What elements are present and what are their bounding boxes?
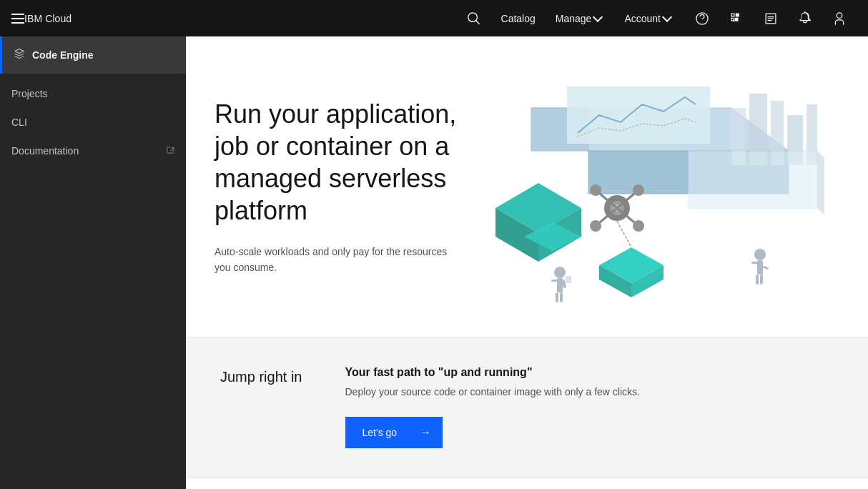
header-nav: Catalog Manage: [493, 0, 611, 36]
svg-line-29: [617, 221, 631, 247]
main-content: Run your application, job or container o…: [186, 36, 868, 489]
jump-section-label: Jump right in: [220, 366, 302, 385]
svg-point-22: [590, 184, 601, 196]
sidebar: Code Engine Projects CLI Documentation: [0, 36, 186, 489]
sidebar-item-documentation[interactable]: Documentation: [0, 137, 186, 165]
svg-rect-34: [756, 275, 759, 285]
svg-point-24: [590, 220, 601, 232]
svg-rect-38: [551, 280, 558, 282]
menu-icon[interactable]: [11, 14, 24, 24]
account-chevron-icon: [662, 12, 672, 22]
ibm-cloud-logo: IBM Cloud: [24, 13, 71, 24]
arrow-right-icon: →: [420, 426, 431, 439]
svg-point-25: [633, 220, 644, 232]
account-nav-item[interactable]: Account: [616, 0, 679, 36]
sidebar-navigation: Projects CLI Documentation: [0, 74, 186, 165]
svg-rect-42: [566, 276, 571, 283]
svg-rect-40: [556, 292, 558, 302]
svg-rect-32: [751, 262, 759, 264]
svg-point-30: [754, 249, 766, 260]
fast-path-title: Your fast path to "up and running": [345, 366, 834, 379]
app-layout: Code Engine Projects CLI Documentation R…: [0, 36, 868, 489]
hero-text-area: Run your application, job or container o…: [214, 98, 458, 276]
svg-rect-35: [760, 275, 763, 285]
sidebar-item-cli[interactable]: CLI: [0, 108, 186, 137]
hero-illustration: [458, 65, 834, 308]
header: IBM Cloud Catalog Manage Account: [0, 0, 868, 36]
features-section: Features Go live in seconds Build great …: [186, 477, 868, 489]
hero-subtitle: Auto-scale workloads and only pay for th…: [214, 244, 458, 276]
notifications-button[interactable]: [788, 0, 822, 36]
switcher-button[interactable]: [719, 0, 754, 36]
fast-path-description: Deploy your source code or container ima…: [345, 385, 834, 400]
jump-content-area: Your fast path to "up and running" Deplo…: [345, 366, 834, 448]
manage-chevron-icon: [593, 12, 603, 22]
hero-section: Run your application, job or container o…: [186, 36, 868, 337]
svg-rect-33: [763, 266, 769, 270]
svg-marker-9: [689, 151, 817, 208]
jump-right-in-section: Jump right in Your fast path to "up and …: [186, 337, 868, 477]
sidebar-item-projects[interactable]: Projects: [0, 79, 186, 108]
hero-title: Run your application, job or container o…: [214, 98, 458, 227]
svg-marker-10: [817, 151, 824, 215]
svg-rect-41: [560, 292, 563, 302]
catalog-nav-item[interactable]: Catalog: [493, 0, 544, 36]
search-button[interactable]: [467, 11, 481, 26]
user-profile-button[interactable]: [822, 0, 857, 36]
external-link-icon: [166, 146, 174, 157]
svg-point-23: [633, 184, 644, 196]
help-button[interactable]: [685, 0, 719, 36]
cost-estimator-button[interactable]: [754, 0, 788, 36]
header-icons: [685, 0, 857, 36]
svg-rect-3: [567, 87, 710, 144]
manage-nav-item[interactable]: Manage: [547, 0, 611, 36]
sidebar-header: Code Engine: [0, 36, 186, 74]
code-engine-icon: [14, 48, 25, 62]
svg-point-36: [554, 267, 566, 278]
sidebar-service-name: Code Engine: [32, 49, 94, 61]
lets-go-button[interactable]: Let's go →: [345, 417, 443, 448]
